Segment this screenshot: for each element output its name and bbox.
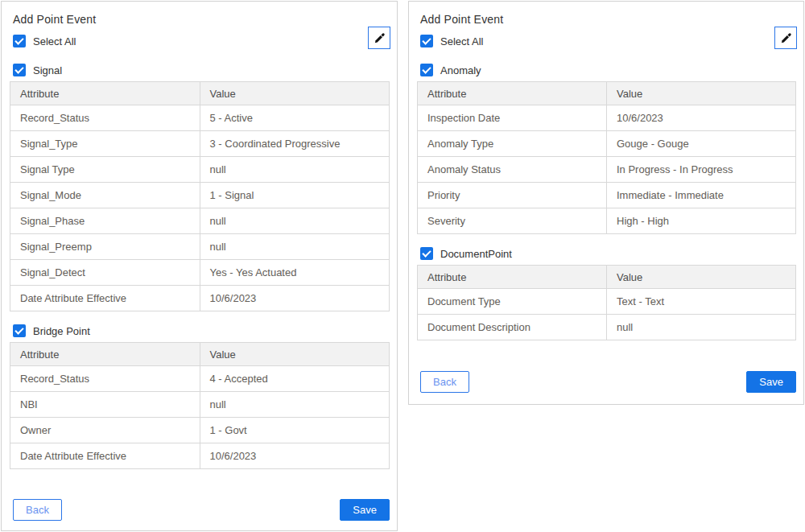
group-label: Bridge Point: [33, 325, 90, 337]
eyedropper-button[interactable]: [774, 27, 797, 49]
table-row: Record_Status4 - Accepted: [10, 366, 390, 392]
value-cell: 1 - Signal: [200, 183, 390, 208]
save-button[interactable]: Save: [340, 499, 390, 521]
attribute-cell: Signal_Mode: [10, 183, 200, 208]
attribute-cell: Document Description: [418, 315, 607, 340]
table-header-row: AttributeValue: [418, 266, 796, 289]
field-groups: SignalAttributeValueRecord_Status5 - Act…: [13, 64, 386, 469]
table-row: Signal_Preempnull: [10, 234, 390, 260]
value-cell: Yes - Yes Actuated: [200, 260, 390, 286]
table-row: Signal_Mode1 - Signal: [10, 183, 390, 208]
attribute-cell: Date Attribute Effective: [10, 443, 200, 469]
group-checkbox[interactable]: [13, 324, 26, 337]
attribute-cell: Date Attribute Effective: [10, 286, 200, 311]
group-toggle-row: DocumentPoint: [420, 247, 792, 260]
table-row: Date Attribute Effective10/6/2023: [10, 286, 390, 311]
value-cell: null: [200, 234, 390, 260]
group-toggle-row: Bridge Point: [13, 324, 386, 337]
attribute-cell: Document Type: [418, 289, 607, 315]
value-cell: Immediate - Immediate: [607, 183, 796, 208]
table-header-cell: Attribute: [418, 266, 607, 289]
table-row: PriorityImmediate - Immediate: [418, 183, 796, 208]
table-header-cell: Value: [200, 82, 390, 105]
attribute-cell: Anomaly Type: [418, 131, 607, 157]
table-header-row: AttributeValue: [10, 343, 390, 366]
value-cell: 10/6/2023: [607, 105, 796, 131]
group-toggle-row: Signal: [13, 64, 386, 76]
table-row: Inspection Date10/6/2023: [418, 105, 796, 131]
panel-footer: Back Save: [13, 499, 390, 521]
add-point-event-panel-left: Add Point Event Select All SignalAttribu…: [1, 1, 398, 531]
select-all-checkbox[interactable]: [13, 35, 26, 47]
attribute-cell: Signal_Preemp: [10, 234, 200, 260]
table-row: Anomaly StatusIn Progress - In Progress: [418, 157, 796, 183]
value-cell: 1 - Govt: [200, 418, 390, 443]
eyedropper-icon: [780, 32, 792, 44]
value-cell: Gouge - Gouge: [607, 131, 796, 157]
group-checkbox[interactable]: [420, 247, 433, 260]
attribute-cell: Record_Status: [10, 105, 200, 131]
panel-title: Add Point Event: [13, 12, 386, 27]
back-button[interactable]: Back: [420, 371, 469, 393]
table-header-cell: Attribute: [10, 82, 200, 105]
attribute-cell: Signal_Type: [10, 131, 200, 157]
value-cell: High - High: [607, 208, 796, 234]
attributes-table: AttributeValueInspection Date10/6/2023An…: [417, 81, 796, 234]
table-row: Signal Typenull: [10, 157, 390, 183]
value-cell: Text - Text: [607, 289, 796, 315]
select-all-row: Select All: [13, 35, 386, 47]
table-row: Signal_Type3 - Coordinated Progressive: [10, 131, 390, 157]
attribute-cell: NBI: [10, 392, 200, 418]
table-header-cell: Value: [607, 82, 796, 105]
attribute-cell: Signal_Detect: [10, 260, 200, 286]
attribute-cell: Anomaly Status: [418, 157, 607, 183]
value-cell: 5 - Active: [200, 105, 390, 131]
value-cell: null: [200, 208, 390, 234]
value-cell: 4 - Accepted: [200, 366, 390, 392]
group-label: Signal: [33, 64, 62, 76]
table-header-row: AttributeValue: [10, 82, 390, 105]
group-toggle-row: Anomaly: [420, 64, 792, 76]
select-all-label: Select All: [33, 35, 76, 47]
value-cell: null: [200, 157, 390, 183]
table-row: Date Attribute Effective10/6/2023: [10, 443, 390, 469]
value-cell: 10/6/2023: [200, 443, 390, 469]
table-row: Anomaly TypeGouge - Gouge: [418, 131, 796, 157]
panel-title: Add Point Event: [420, 12, 792, 27]
table-row: Signal_Phasenull: [10, 208, 390, 234]
group-checkbox[interactable]: [13, 64, 26, 76]
value-cell: null: [200, 392, 390, 418]
table-header-cell: Attribute: [418, 82, 607, 105]
select-all-checkbox[interactable]: [420, 35, 433, 47]
attribute-cell: Inspection Date: [418, 105, 607, 131]
attribute-cell: Signal_Phase: [10, 208, 200, 234]
select-all-label: Select All: [440, 35, 483, 47]
table-header-cell: Value: [607, 266, 796, 289]
eyedropper-icon: [374, 32, 386, 44]
back-button[interactable]: Back: [13, 499, 62, 521]
value-cell: 3 - Coordinated Progressive: [200, 131, 390, 157]
attributes-table: AttributeValueRecord_Status4 - AcceptedN…: [10, 342, 390, 469]
table-header-row: AttributeValue: [418, 82, 796, 105]
attributes-table: AttributeValueDocument TypeText - TextDo…: [417, 265, 796, 340]
attribute-cell: Record_Status: [10, 366, 200, 392]
table-row: Record_Status5 - Active: [10, 105, 390, 131]
group-label: Anomaly: [440, 64, 481, 76]
save-button[interactable]: Save: [746, 371, 796, 393]
attribute-cell: Priority: [418, 183, 607, 208]
value-cell: 10/6/2023: [200, 286, 390, 311]
table-row: Document TypeText - Text: [418, 289, 796, 315]
table-row: Owner1 - Govt: [10, 418, 390, 443]
group-checkbox[interactable]: [420, 64, 433, 76]
add-point-event-panel-right: Add Point Event Select All AnomalyAttrib…: [408, 1, 804, 405]
table-header-cell: Value: [200, 343, 390, 366]
panel-footer: Back Save: [420, 371, 796, 393]
attribute-cell: Owner: [10, 418, 200, 443]
table-row: SeverityHigh - High: [418, 208, 796, 234]
select-all-row: Select All: [420, 35, 792, 47]
field-groups: AnomalyAttributeValueInspection Date10/6…: [420, 64, 792, 340]
attribute-cell: Signal Type: [10, 157, 200, 183]
table-row: Document Descriptionnull: [418, 315, 796, 340]
eyedropper-button[interactable]: [368, 27, 390, 49]
attributes-table: AttributeValueRecord_Status5 - ActiveSig…: [10, 81, 390, 311]
